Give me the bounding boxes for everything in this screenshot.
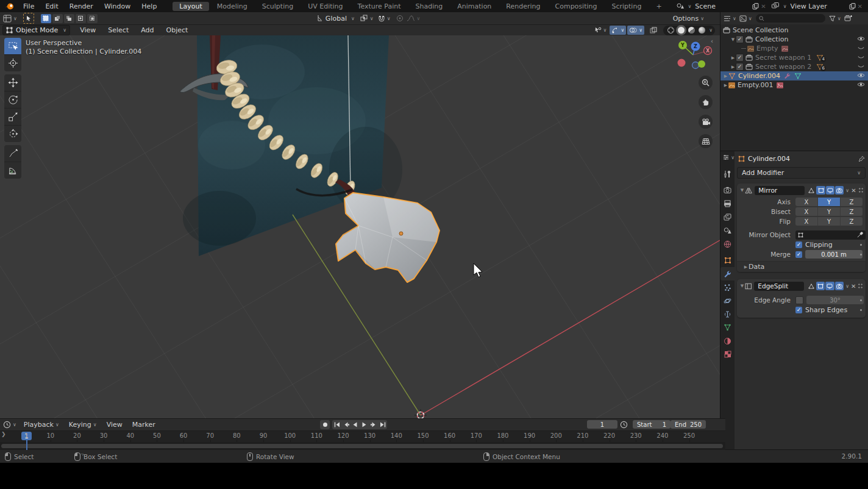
- outliner-search-input[interactable]: [756, 14, 825, 23]
- gizmo-axis-y-neg[interactable]: [698, 60, 705, 68]
- select-mode-invert[interactable]: [76, 14, 86, 23]
- timeline-menu-keying[interactable]: Keying∨: [64, 421, 102, 429]
- timeline-editor-type-dropdown[interactable]: ∨: [3, 421, 16, 429]
- tab-compositing[interactable]: Compositing: [549, 2, 604, 11]
- snapping-magnet-icon[interactable]: ∨: [378, 15, 391, 22]
- eye-closed-icon[interactable]: [857, 45, 865, 51]
- select-mode-subtract[interactable]: [64, 14, 74, 23]
- axis-x-button[interactable]: X: [795, 198, 818, 206]
- properties-tab-physics[interactable]: [720, 294, 735, 307]
- mirror-show-realtime-toggle[interactable]: [826, 186, 834, 195]
- gizmo-axis-z-neg[interactable]: [692, 62, 699, 69]
- proportional-falloff-dropdown[interactable]: ∨: [407, 15, 421, 22]
- properties-tab-object-data[interactable]: [720, 321, 735, 334]
- menu-edit[interactable]: Edit: [40, 2, 63, 10]
- shading-solid-button[interactable]: [678, 27, 685, 34]
- outliner-item-label[interactable]: Secret weapon 1: [755, 54, 811, 62]
- shading-dropdown[interactable]: ∨: [709, 27, 713, 33]
- mirror-object-field[interactable]: [795, 230, 866, 240]
- gizmo-axis-x-neg[interactable]: [678, 59, 686, 67]
- edgesplit-drag-handle[interactable]: [858, 283, 863, 289]
- tool-measure[interactable]: [4, 162, 21, 179]
- eye-closed-icon[interactable]: [857, 63, 865, 70]
- tab-rendering[interactable]: Rendering: [499, 2, 547, 11]
- properties-tab-tool[interactable]: [720, 167, 735, 180]
- unlink-scene-icon[interactable]: ✕: [761, 3, 766, 10]
- viewport-menu-object[interactable]: Object: [160, 26, 194, 34]
- mirror-data-subpanel[interactable]: ▶ Data: [737, 261, 866, 272]
- edge-angle-keyframe-dot[interactable]: [860, 299, 862, 301]
- pin-icon[interactable]: [858, 155, 865, 162]
- properties-tab-material[interactable]: [720, 334, 735, 348]
- disclosure-closed-icon[interactable]: ▶: [730, 65, 736, 70]
- menu-window[interactable]: Window: [99, 2, 136, 10]
- timeline-menu-view[interactable]: View: [102, 421, 127, 429]
- pivot-point-dropdown[interactable]: ∨: [360, 15, 374, 22]
- eye-open-icon[interactable]: [857, 72, 865, 79]
- outliner-item-label[interactable]: Collection: [755, 35, 788, 43]
- edgesplit-show-realtime-toggle[interactable]: [825, 282, 834, 290]
- axis-z-button[interactable]: Z: [841, 198, 863, 206]
- tool-transform[interactable]: [4, 126, 21, 142]
- prev-keyframe-button[interactable]: [341, 420, 350, 429]
- object-types-visibility-dropdown[interactable]: ∨: [592, 26, 609, 35]
- outliner-row-scene-collection[interactable]: Scene Collection: [720, 26, 868, 35]
- new-view-layer-icon[interactable]: [849, 3, 856, 10]
- tool-annotate[interactable]: [4, 145, 21, 162]
- outliner-item-label[interactable]: Scene Collection: [733, 26, 788, 34]
- shading-rendered-button[interactable]: [699, 27, 705, 34]
- outliner-checkbox[interactable]: ✓: [736, 35, 744, 43]
- tool-select-box[interactable]: [4, 38, 21, 55]
- merge-threshold-slider[interactable]: 0.001 m: [805, 250, 863, 259]
- tool-move[interactable]: [4, 74, 21, 91]
- edgesplit-close-button[interactable]: ✕: [851, 283, 856, 290]
- flip-x-button[interactable]: X: [795, 217, 818, 226]
- transform-orientation-dropdown[interactable]: Global ∨: [316, 15, 355, 23]
- expand-icon[interactable]: ▼: [739, 188, 745, 193]
- viewport-menu-view[interactable]: View: [74, 26, 102, 34]
- mirror-close-button[interactable]: ✕: [851, 187, 856, 194]
- xray-toggle[interactable]: [648, 26, 659, 35]
- modifier-wrench-icon[interactable]: [784, 73, 791, 79]
- outliner-row-empty[interactable]: Empty: [720, 44, 868, 53]
- properties-tab-particles[interactable]: [720, 280, 735, 294]
- next-keyframe-button[interactable]: [369, 420, 378, 429]
- disclosure-closed-icon[interactable]: ▶: [730, 55, 736, 60]
- blender-logo-icon[interactable]: [5, 2, 14, 10]
- jump-to-start-button[interactable]: [332, 420, 341, 429]
- outliner-item-label[interactable]: Cylinder.004: [738, 72, 780, 80]
- properties-tab-texture[interactable]: [720, 348, 735, 361]
- selected-object-cylinder004[interactable]: [336, 193, 439, 282]
- eye-open-icon[interactable]: [857, 35, 865, 42]
- outliner-item-label[interactable]: Empty.001: [738, 81, 773, 89]
- edgesplit-show-in-editmode-toggle[interactable]: [816, 282, 825, 290]
- select-mode-extend[interactable]: [52, 14, 63, 23]
- properties-tab-view-layer[interactable]: [720, 210, 735, 224]
- tab-texture-paint[interactable]: Texture Paint: [351, 2, 408, 11]
- view-layer-name[interactable]: View Layer: [791, 2, 845, 10]
- remove-view-layer-icon[interactable]: ✕: [858, 3, 863, 10]
- scene-name[interactable]: Scene: [695, 2, 749, 10]
- scene-selector[interactable]: ∨ Scene ✕: [677, 1, 768, 11]
- options-dropdown[interactable]: Options ∨: [673, 15, 704, 23]
- edgesplit-extras-dropdown[interactable]: ∨: [845, 284, 849, 289]
- expand-icon[interactable]: ▼: [739, 284, 745, 288]
- image-data-icon[interactable]: [781, 46, 788, 52]
- edgesplit-modifier-name-field[interactable]: EdgeSplit: [754, 282, 804, 291]
- merge-keyframe-dot[interactable]: [860, 254, 862, 255]
- outliner-item-label[interactable]: Empty: [756, 45, 778, 52]
- properties-editor-type-dropdown[interactable]: ∨: [720, 151, 735, 163]
- frame-end-field[interactable]: End250: [671, 420, 706, 429]
- outliner-checkbox[interactable]: ✓: [736, 54, 744, 62]
- pan-hand-icon[interactable]: [699, 95, 713, 109]
- add-workspace-button[interactable]: +: [649, 2, 668, 11]
- expand-channel-icon[interactable]: ❯: [1, 431, 6, 437]
- mirror-modifier-name-field[interactable]: Mirror: [755, 186, 805, 195]
- viewport-3d[interactable]: User Perspective (1) Scene Collection | …: [0, 35, 720, 418]
- outliner-row-secret-weapon-1[interactable]: ▶✓Secret weapon 14: [720, 53, 868, 62]
- current-frame-field[interactable]: 1: [587, 420, 617, 429]
- sharp-edges-keyframe-dot[interactable]: [860, 309, 862, 311]
- merge-checkbox[interactable]: ✓: [795, 251, 802, 258]
- auto-keying-record-button[interactable]: [320, 420, 330, 429]
- eye-open-icon[interactable]: [857, 81, 865, 88]
